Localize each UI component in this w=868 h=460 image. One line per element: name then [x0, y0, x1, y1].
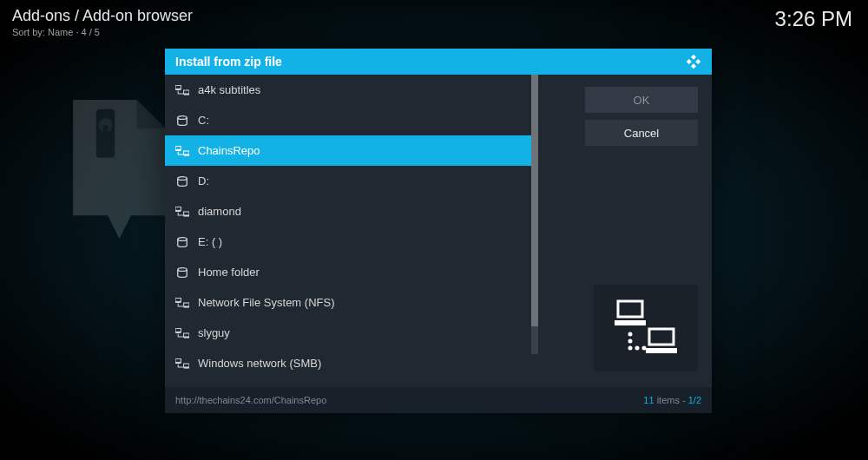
preview-thumbnail — [594, 285, 698, 371]
network-share-icon — [175, 326, 189, 340]
svg-rect-14 — [175, 210, 181, 212]
svg-rect-33 — [649, 329, 674, 345]
svg-rect-28 — [175, 362, 181, 364]
svg-rect-32 — [615, 320, 646, 325]
zip-file-icon — [61, 100, 178, 239]
svg-rect-21 — [184, 303, 189, 306]
svg-rect-34 — [646, 348, 677, 353]
svg-rect-16 — [184, 215, 189, 217]
svg-rect-10 — [184, 151, 189, 154]
list-item-label: Network File System (NFS) — [198, 296, 334, 309]
svg-rect-3 — [175, 85, 181, 89]
svg-point-7 — [178, 115, 187, 119]
list-item[interactable]: diamond — [165, 196, 538, 227]
list-item-label: Windows network (SMB) — [198, 357, 321, 370]
network-share-icon — [175, 205, 189, 219]
list-item[interactable]: Windows network (SMB) — [165, 348, 538, 378]
svg-rect-8 — [175, 146, 181, 149]
svg-point-18 — [178, 267, 187, 271]
list-item-label: Home folder — [198, 266, 260, 279]
list-item[interactable]: D: — [165, 166, 538, 196]
dialog-title-text: Install from zip file — [175, 55, 282, 69]
svg-rect-29 — [184, 364, 189, 367]
svg-rect-31 — [618, 301, 642, 317]
svg-rect-6 — [184, 94, 189, 95]
dialog-footer: http://thechains24.com/ChainsRepo 11 ite… — [165, 387, 712, 413]
dialog-body: a4k subtitlesC:ChainsRepoD:diamondE: ( )… — [165, 75, 712, 387]
svg-point-39 — [642, 346, 647, 351]
footer-count: 11 items - 1/2 — [643, 395, 701, 405]
svg-point-36 — [628, 339, 633, 344]
list-item-label: ChainsRepo — [198, 144, 260, 157]
svg-rect-20 — [175, 301, 181, 303]
network-share-icon — [175, 296, 189, 310]
file-list-column: a4k subtitlesC:ChainsRepoD:diamondE: ( )… — [165, 75, 538, 387]
network-share-icon — [175, 144, 189, 158]
svg-point-38 — [635, 346, 640, 351]
svg-rect-26 — [184, 337, 189, 338]
scrollbar-thumb[interactable] — [531, 75, 538, 326]
list-item[interactable]: C: — [165, 105, 538, 135]
svg-rect-5 — [184, 90, 189, 94]
svg-point-37 — [628, 346, 633, 351]
svg-rect-24 — [175, 332, 181, 333]
svg-point-17 — [178, 237, 187, 240]
header: Add-ons / Add-on browser Sort by: Name ·… — [12, 7, 193, 37]
network-computers-icon — [611, 298, 681, 358]
footer-path: http://thechains24.com/ChainsRepo — [175, 395, 326, 405]
network-share-icon — [175, 83, 189, 97]
svg-rect-23 — [175, 328, 181, 332]
list-item-label: slyguy — [198, 326, 230, 339]
svg-rect-13 — [175, 207, 181, 210]
svg-rect-25 — [184, 333, 189, 337]
list-item-label: E: ( ) — [198, 235, 222, 248]
list-item[interactable]: a4k subtitles — [165, 75, 538, 105]
svg-rect-30 — [184, 367, 189, 369]
side-column: OK Cancel — [538, 75, 712, 387]
kodi-logo-icon — [686, 54, 701, 69]
list-item-label: D: — [198, 174, 209, 187]
scrollbar[interactable] — [531, 75, 538, 354]
cancel-button[interactable]: Cancel — [585, 120, 698, 146]
svg-rect-2 — [103, 125, 108, 150]
svg-rect-27 — [175, 358, 181, 362]
position-label: 4 / 5 — [82, 27, 100, 37]
dialog-titlebar: Install from zip file — [165, 49, 712, 75]
disk-icon — [175, 266, 189, 279]
clock: 3:26 PM — [775, 7, 852, 31]
file-list[interactable]: a4k subtitlesC:ChainsRepoD:diamondE: ( )… — [165, 75, 538, 378]
svg-rect-11 — [184, 154, 189, 156]
svg-point-12 — [178, 176, 187, 180]
list-item[interactable]: slyguy — [165, 318, 538, 348]
svg-rect-4 — [175, 89, 181, 90]
network-share-icon — [175, 357, 189, 371]
svg-rect-15 — [184, 212, 189, 215]
list-item-label: diamond — [198, 205, 241, 218]
disk-icon — [175, 174, 189, 188]
sort-label: Sort by: Name — [12, 27, 73, 37]
list-item[interactable]: ChainsRepo — [165, 135, 538, 166]
disk-icon — [175, 235, 189, 249]
list-item[interactable]: Home folder — [165, 257, 538, 287]
svg-rect-19 — [175, 298, 181, 301]
svg-rect-22 — [184, 306, 189, 308]
ok-button[interactable]: OK — [585, 87, 698, 113]
install-zip-dialog: Install from zip file a4k subtitlesC:Cha… — [165, 49, 712, 413]
list-item-label: C: — [198, 114, 209, 127]
disk-icon — [175, 114, 189, 128]
list-item[interactable]: E: ( ) — [165, 227, 538, 257]
header-sub: Sort by: Name · 4 / 5 — [12, 27, 193, 37]
svg-point-35 — [628, 332, 633, 337]
breadcrumb: Add-ons / Add-on browser — [12, 7, 193, 25]
svg-rect-9 — [175, 149, 181, 151]
list-item[interactable]: Network File System (NFS) — [165, 287, 538, 318]
list-item-label: a4k subtitles — [198, 83, 260, 96]
